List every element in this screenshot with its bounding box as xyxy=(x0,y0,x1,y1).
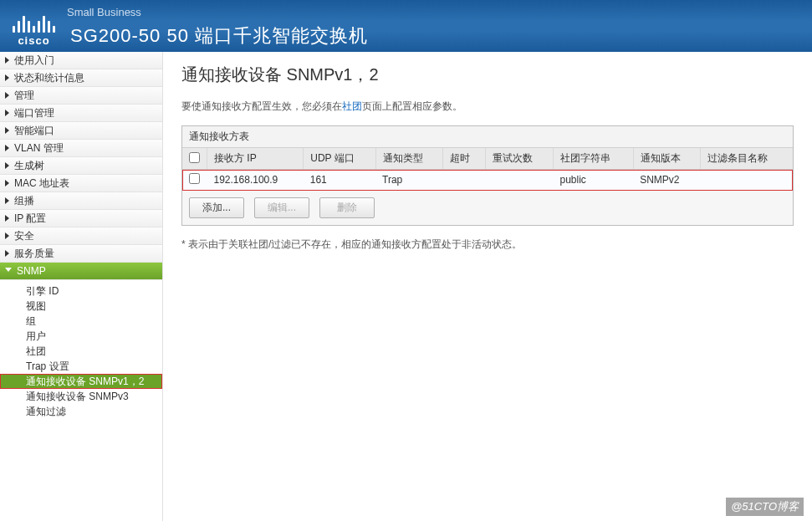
sub-trap-settings[interactable]: Trap 设置 xyxy=(0,359,162,374)
sidebar-nav: 使用入门 状态和统计信息 管理 端口管理 智能端口 VLAN 管理 生成树 MA… xyxy=(0,52,163,521)
chevron-right-icon xyxy=(5,250,9,257)
nav-smart-port[interactable]: 智能端口 xyxy=(0,122,162,140)
cisco-logo-icon xyxy=(13,11,55,33)
table-actions: 添加... 编辑... 删除 xyxy=(182,191,793,225)
cell-retries xyxy=(486,170,554,191)
nav-getting-started[interactable]: 使用入门 xyxy=(0,52,162,69)
cisco-logo-text: cisco xyxy=(18,34,49,47)
sub-users[interactable]: 用户 xyxy=(0,329,162,344)
select-all-checkbox[interactable] xyxy=(189,152,200,163)
nav-status[interactable]: 状态和统计信息 xyxy=(0,69,162,87)
chevron-right-icon xyxy=(5,127,9,134)
chevron-down-icon xyxy=(5,268,12,275)
watermark: @51CTO博客 xyxy=(726,498,804,516)
sub-communities[interactable]: 社团 xyxy=(0,344,162,359)
col-recipient-ip: 接收方 IP xyxy=(207,148,304,170)
nav-mac-table[interactable]: MAC 地址表 xyxy=(0,175,162,192)
nav-multicast[interactable]: 组播 xyxy=(0,192,162,210)
chevron-right-icon xyxy=(5,232,9,239)
delete-button[interactable]: 删除 xyxy=(319,197,375,218)
product-title: SG200-50 50 端口千兆智能交换机 xyxy=(70,23,368,49)
nav-vlan[interactable]: VLAN 管理 xyxy=(0,140,162,157)
chevron-right-icon xyxy=(5,92,9,99)
community-link[interactable]: 社团 xyxy=(342,100,362,112)
col-timeout: 超时 xyxy=(443,148,486,170)
nav-spanning-tree[interactable]: 生成树 xyxy=(0,157,162,175)
sub-notif-recipients-v1v2[interactable]: 通知接收设备 SNMPv1，2 xyxy=(0,374,162,389)
nav-snmp[interactable]: SNMP xyxy=(0,263,162,280)
recipients-table: 通知接收方表 接收方 IP UDP 端口 通知类型 超时 重试次数 社团字符串 … xyxy=(181,125,794,226)
sub-views[interactable]: 视图 xyxy=(0,299,162,314)
nav-security[interactable]: 安全 xyxy=(0,227,162,245)
chevron-right-icon xyxy=(5,180,9,186)
row-checkbox[interactable] xyxy=(189,173,200,184)
chevron-right-icon xyxy=(5,145,9,151)
chevron-right-icon xyxy=(5,162,9,169)
cell-timeout xyxy=(443,170,486,191)
col-community: 社团字符串 xyxy=(554,148,634,170)
nav-admin[interactable]: 管理 xyxy=(0,87,162,105)
col-filter-name: 过滤条目名称 xyxy=(701,148,793,170)
col-select-all[interactable] xyxy=(182,148,207,170)
brand-subtitle: Small Business xyxy=(67,6,368,18)
nav-qos[interactable]: 服务质量 xyxy=(0,245,162,263)
sub-groups[interactable]: 组 xyxy=(0,314,162,329)
page-title: 通知接收设备 SNMPv1，2 xyxy=(181,64,794,86)
sub-engine-id[interactable]: 引擎 ID xyxy=(0,283,162,299)
cell-community: public xyxy=(554,170,634,191)
main-content: 通知接收设备 SNMPv1，2 要使通知接收方配置生效，您必须在社团页面上配置相… xyxy=(163,52,812,521)
table-caption: 通知接收方表 xyxy=(182,126,793,148)
app-header: cisco Small Business SG200-50 50 端口千兆智能交… xyxy=(0,0,812,52)
col-udp-port: UDP 端口 xyxy=(304,148,375,170)
col-version: 通知版本 xyxy=(633,148,701,170)
table-row[interactable]: 192.168.100.9 161 Trap public SNMPv2 xyxy=(182,170,793,191)
config-notice: 要使通知接收方配置生效，您必须在社团页面上配置相应参数。 xyxy=(181,100,794,114)
col-retries: 重试次数 xyxy=(486,148,554,170)
chevron-right-icon xyxy=(5,57,9,64)
sub-notif-recipients-v3[interactable]: 通知接收设备 SNMPv3 xyxy=(0,389,162,404)
nav-ip-config[interactable]: IP 配置 xyxy=(0,210,162,227)
cell-type: Trap xyxy=(375,170,443,191)
cell-filter xyxy=(701,170,793,191)
edit-button[interactable]: 编辑... xyxy=(254,197,309,218)
cell-version: SNMPv2 xyxy=(633,170,701,191)
chevron-right-icon xyxy=(5,215,9,222)
cell-port: 161 xyxy=(304,170,375,191)
add-button[interactable]: 添加... xyxy=(189,197,244,218)
chevron-right-icon xyxy=(5,110,9,116)
chevron-right-icon xyxy=(5,197,9,204)
snmp-submenu: 引擎 ID 视图 组 用户 社团 Trap 设置 通知接收设备 SNMPv1，2… xyxy=(0,280,162,426)
cell-ip: 192.168.100.9 xyxy=(207,170,304,191)
sub-notif-filter[interactable]: 通知过滤 xyxy=(0,404,162,419)
table-header-row: 接收方 IP UDP 端口 通知类型 超时 重试次数 社团字符串 通知版本 过滤… xyxy=(182,148,793,170)
footnote: * 表示由于关联社团/过滤已不存在，相应的通知接收方配置处于非活动状态。 xyxy=(181,238,794,252)
nav-port-mgmt[interactable]: 端口管理 xyxy=(0,105,162,122)
chevron-right-icon xyxy=(5,74,9,81)
col-notif-type: 通知类型 xyxy=(375,148,443,170)
cisco-logo: cisco xyxy=(13,11,55,52)
